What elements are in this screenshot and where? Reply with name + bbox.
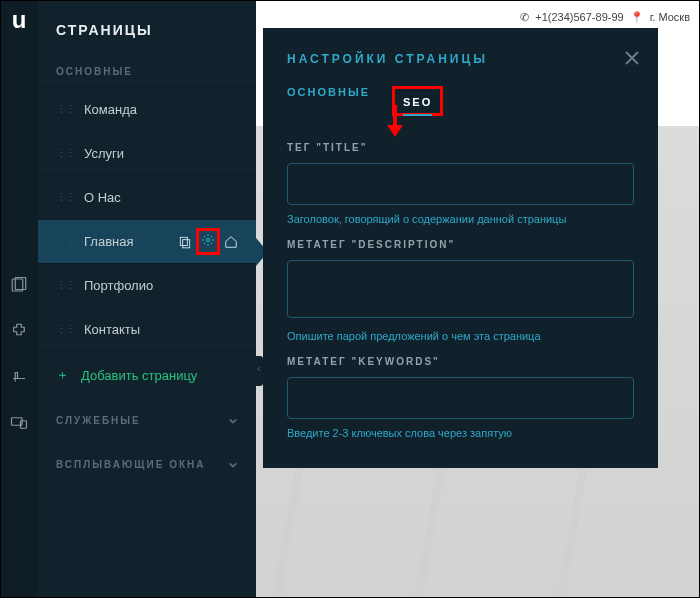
field-keywords-label: МЕТАТЕГ "KEYWORDS" [287,356,634,367]
page-item-uslugi[interactable]: ⋮⋮Услуги [38,131,256,175]
gear-icon[interactable] [201,233,215,247]
chevron-down-icon [228,460,238,470]
drag-handle-icon: ⋮⋮ [56,147,74,160]
brand-logo[interactable]: u [12,8,27,32]
group-popups[interactable]: ВСПЛЫВАЮЩИЕ ОКНА [38,442,256,486]
svg-rect-5 [183,239,190,247]
panel-collapse-handle[interactable] [256,356,263,386]
drag-handle-icon: ⋮⋮ [56,191,74,204]
close-icon[interactable] [624,50,640,66]
page-item-onas[interactable]: ⋮⋮О Нас [38,175,256,219]
dialog-title: НАСТРОЙКИ СТРАНИЦЫ [287,52,634,66]
tool-rail: u [0,0,38,598]
drag-handle-icon: ⋮⋮ [56,279,74,292]
field-keywords-hint: Введите 2-3 ключевых слова через запятую [287,427,634,439]
group-service-label: СЛУЖЕБНЫЕ [56,415,141,426]
tab-seo[interactable]: SEO [403,96,432,116]
field-title-input[interactable] [287,163,634,205]
dialog-tabs: ОСНОВНЫЕ SEO [287,86,634,116]
field-title-hint: Заголовок, говорящий о содержании данной… [287,213,634,225]
page-item-label: Контакты [84,322,140,337]
page-item-glavnaya[interactable]: ⋮⋮ Главная [38,219,256,263]
field-keywords-input[interactable] [287,377,634,419]
page-item-label: Команда [84,102,137,117]
duplicate-icon[interactable] [178,235,192,249]
page-item-label: Услуги [84,146,124,161]
group-popups-label: ВСПЛЫВАЮЩИЕ ОКНА [56,459,205,470]
field-title-label: ТЕГ "TITLE" [287,142,634,153]
page-item-portfolio[interactable]: ⋮⋮Портфолио [38,263,256,307]
page-item-komanda[interactable]: ⋮⋮Команда [38,87,256,131]
drag-handle-icon: ⋮⋮ [56,103,74,116]
plugins-icon[interactable] [10,322,28,340]
pages-section-main: ОСНОВНЫЕ [38,56,256,87]
drag-handle-icon: ⋮⋮ [56,323,74,336]
svg-rect-4 [180,237,187,245]
design-icon[interactable] [10,368,28,386]
pin-icon: 📍 [630,11,644,24]
field-desc-input[interactable] [287,260,634,318]
svg-point-6 [206,238,210,242]
phone-icon: ✆ [520,11,529,24]
drag-handle-icon: ⋮⋮ [56,235,74,248]
plus-icon: ＋ [56,366,69,384]
pages-icon[interactable] [10,276,28,294]
page-item-kontakty[interactable]: ⋮⋮Контакты [38,307,256,351]
header-phone: +1(234)567-89-99 [535,11,623,23]
tab-main[interactable]: ОСНОВНЫЕ [287,86,370,116]
group-service[interactable]: СЛУЖЕБНЫЕ [38,398,256,442]
gear-highlight [196,228,220,255]
pages-panel: СТРАНИЦЫ ОСНОВНЫЕ ⋮⋮Команда ⋮⋮Услуги ⋮⋮О… [38,0,256,598]
add-page-label: Добавить страницу [81,368,197,383]
header-city: г. Москв [650,11,690,23]
home-icon[interactable] [224,235,238,249]
pages-title: СТРАНИЦЫ [38,0,256,56]
annotation-arrow [388,105,402,139]
page-item-label: О Нас [84,190,121,205]
field-desc-label: МЕТАТЕГ "DESCRIPTION" [287,239,634,250]
page-settings-dialog: НАСТРОЙКИ СТРАНИЦЫ ОСНОВНЫЕ SEO ТЕГ "TIT… [263,28,658,468]
devices-icon[interactable] [10,414,28,432]
page-item-label: Портфолио [84,278,153,293]
add-page-button[interactable]: ＋ Добавить страницу [38,351,256,398]
chevron-down-icon [228,416,238,426]
page-item-label: Главная [84,234,133,249]
field-desc-hint: Опишите парой предложений о чем эта стра… [287,330,634,342]
